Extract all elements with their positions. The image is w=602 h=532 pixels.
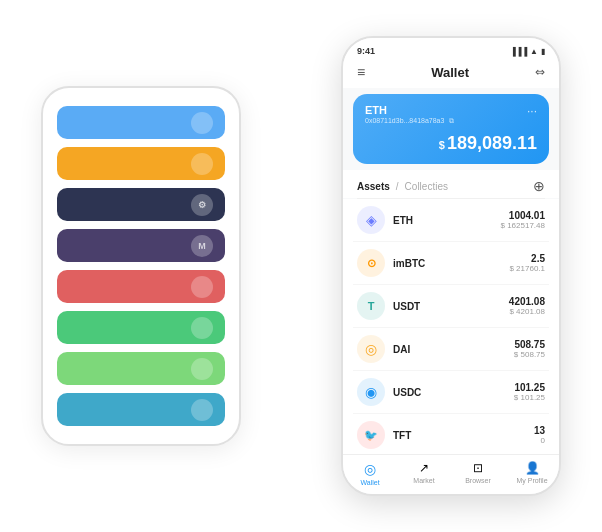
imbtc-usd: $ 21760.1 [509, 264, 545, 273]
phone-header: ≡ Wallet ⇔ [343, 60, 559, 88]
tab-assets[interactable]: Assets [357, 181, 390, 192]
wallet-info: ETH 0x08711d3b...8418a78a3 ⧉ [365, 104, 454, 125]
dai-icon: ◎ [357, 335, 385, 363]
usdc-icon: ◉ [357, 378, 385, 406]
scan-icon[interactable]: ⇔ [535, 65, 545, 79]
tft-amount: 13 [534, 425, 545, 436]
wifi-icon: ▲ [530, 47, 538, 56]
profile-nav-icon: 👤 [525, 461, 540, 475]
asset-item-tft: 🐦 TFT 13 0 [353, 414, 549, 454]
usdc-values: 101.25 $ 101.25 [514, 382, 545, 402]
nav-browser[interactable]: ⊡ Browser [451, 461, 505, 486]
signal-icon: ▐▐▐ [510, 47, 527, 56]
bottom-nav: ◎ Wallet ↗ Market ⊡ Browser 👤 My Profile [343, 454, 559, 494]
battery-icon: ▮ [541, 47, 545, 56]
tab-slash: / [396, 181, 399, 192]
browser-nav-label: Browser [465, 477, 491, 484]
market-nav-label: Market [413, 477, 434, 484]
usdt-name: USDT [393, 301, 509, 312]
card-dot [191, 358, 213, 380]
assets-tabs: Assets / Collecties [357, 181, 448, 192]
wallet-eth-label: ETH [365, 104, 454, 116]
card-dark: ⚙ [57, 188, 225, 221]
status-icons: ▐▐▐ ▲ ▮ [510, 47, 545, 56]
profile-nav-label: My Profile [516, 477, 547, 484]
card-teal [57, 393, 225, 426]
nav-wallet[interactable]: ◎ Wallet [343, 461, 397, 486]
wallet-address: 0x08711d3b...8418a78a3 ⧉ [365, 117, 454, 125]
usdc-amount: 101.25 [514, 382, 545, 393]
market-nav-icon: ↗ [419, 461, 429, 475]
card-blue [57, 106, 225, 139]
background-phone: ⚙ M [41, 86, 241, 446]
eth-icon: ◈ [357, 206, 385, 234]
usdc-usd: $ 101.25 [514, 393, 545, 402]
wallet-card: ETH 0x08711d3b...8418a78a3 ⧉ ··· $189,08… [353, 94, 549, 164]
asset-item-usdt: T USDT 4201.08 $ 4201.08 [353, 285, 549, 328]
card-dot [191, 317, 213, 339]
asset-item-eth: ◈ ETH 1004.01 $ 162517.48 [353, 199, 549, 242]
tab-collecties[interactable]: Collecties [405, 181, 448, 192]
status-bar: 9:41 ▐▐▐ ▲ ▮ [343, 38, 559, 60]
tft-usd: 0 [534, 436, 545, 445]
usdt-icon: T [357, 292, 385, 320]
card-dot: ⚙ [191, 194, 213, 216]
foreground-phone: 9:41 ▐▐▐ ▲ ▮ ≡ Wallet ⇔ ETH 0x08711d3b..… [341, 36, 561, 496]
eth-amount: 1004.01 [501, 210, 546, 221]
imbtc-name: imBTC [393, 258, 509, 269]
wallet-nav-label: Wallet [360, 479, 379, 486]
card-dot [191, 112, 213, 134]
usdc-name: USDC [393, 387, 514, 398]
menu-icon[interactable]: ≡ [357, 64, 365, 80]
add-asset-icon[interactable]: ⊕ [533, 178, 545, 194]
tft-icon: 🐦 [357, 421, 385, 449]
card-red [57, 270, 225, 303]
usdt-values: 4201.08 $ 4201.08 [509, 296, 545, 316]
card-light-green [57, 352, 225, 385]
nav-profile[interactable]: 👤 My Profile [505, 461, 559, 486]
tft-values: 13 0 [534, 425, 545, 445]
usdt-usd: $ 4201.08 [509, 307, 545, 316]
eth-usd: $ 162517.48 [501, 221, 546, 230]
wallet-nav-icon: ◎ [364, 461, 376, 477]
wallet-balance: $189,089.11 [365, 133, 537, 154]
usdt-amount: 4201.08 [509, 296, 545, 307]
imbtc-icon: ⊙ [357, 249, 385, 277]
status-time: 9:41 [357, 46, 375, 56]
wallet-card-header: ETH 0x08711d3b...8418a78a3 ⧉ ··· [365, 104, 537, 125]
browser-nav-icon: ⊡ [473, 461, 483, 475]
balance-symbol: $ [439, 139, 445, 151]
card-dot: M [191, 235, 213, 257]
dai-name: DAI [393, 344, 514, 355]
asset-item-dai: ◎ DAI 508.75 $ 508.75 [353, 328, 549, 371]
nav-market[interactable]: ↗ Market [397, 461, 451, 486]
assets-header: Assets / Collecties ⊕ [343, 170, 559, 198]
card-purple: M [57, 229, 225, 262]
card-dot [191, 153, 213, 175]
card-orange [57, 147, 225, 180]
header-title: Wallet [431, 65, 469, 80]
dai-values: 508.75 $ 508.75 [514, 339, 545, 359]
imbtc-amount: 2.5 [509, 253, 545, 264]
tft-name: TFT [393, 430, 534, 441]
card-green [57, 311, 225, 344]
imbtc-values: 2.5 $ 21760.1 [509, 253, 545, 273]
dai-usd: $ 508.75 [514, 350, 545, 359]
dai-amount: 508.75 [514, 339, 545, 350]
wallet-more-icon[interactable]: ··· [527, 104, 537, 118]
asset-item-usdc: ◉ USDC 101.25 $ 101.25 [353, 371, 549, 414]
card-dot [191, 399, 213, 421]
eth-name: ETH [393, 215, 501, 226]
assets-list: ◈ ETH 1004.01 $ 162517.48 ⊙ imBTC 2.5 $ … [343, 199, 559, 454]
balance-amount: 189,089.11 [447, 133, 537, 153]
eth-values: 1004.01 $ 162517.48 [501, 210, 546, 230]
asset-item-imbtc: ⊙ imBTC 2.5 $ 21760.1 [353, 242, 549, 285]
card-dot [191, 276, 213, 298]
